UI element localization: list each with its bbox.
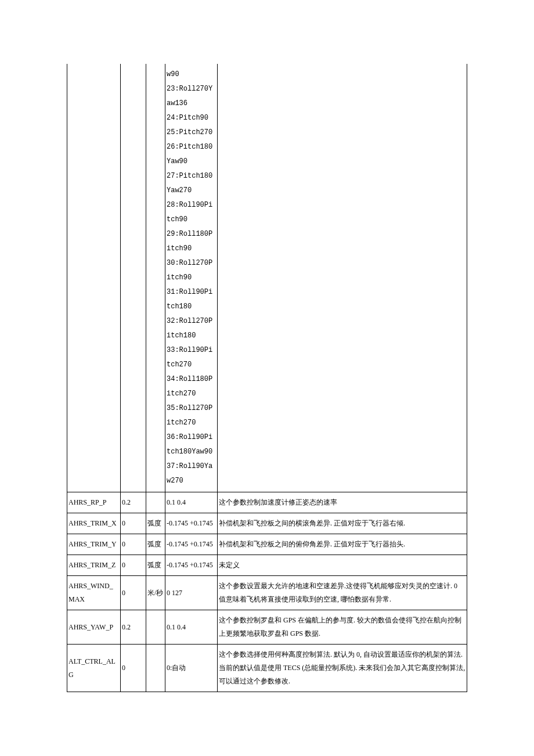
table-cell: 弧度	[146, 555, 165, 576]
table-cell	[146, 64, 165, 492]
table-cell: AHRS_TRIM_Y	[67, 534, 121, 555]
document-page: w9023:Roll270Yaw13624:Pitch9025:Pitch270…	[0, 0, 534, 756]
table-cell: 补偿机架和飞控板之间的俯仰角差异. 正值对应于飞行器抬头.	[218, 534, 467, 555]
table-cell: -0.1745 +0.1745	[165, 534, 218, 555]
table-row: AHRS_WIND_MAX0米/秒0 127这个参数设置最大允许的地速和空速差异…	[67, 576, 467, 610]
table-cell: 0	[121, 534, 146, 555]
table-cell: AHRS_RP_P	[67, 492, 121, 513]
table-cell: AHRS_WIND_MAX	[67, 576, 121, 610]
table-cell: 米/秒	[146, 576, 165, 610]
table-cell: 弧度	[146, 534, 165, 555]
table-cell: 0.2	[121, 492, 146, 513]
table-cell: 这个参数控制加速度计修正姿态的速率	[218, 492, 467, 513]
table-cell: 弧度	[146, 513, 165, 534]
table-cell: -0.1745 +0.1745	[165, 555, 218, 576]
table-cell: 0	[121, 645, 146, 692]
table-cell: 0 127	[165, 576, 218, 610]
table-cell: 0.2	[121, 610, 146, 645]
table-row: ALT_CTRL_ALG00:自动这个参数选择使用何种高度控制算法. 默认为 0…	[67, 645, 467, 692]
table-cell: 未定义	[218, 555, 467, 576]
table-row: AHRS_RP_P0.20.1 0.4这个参数控制加速度计修正姿态的速率	[67, 492, 467, 513]
table-cell: AHRS_TRIM_X	[67, 513, 121, 534]
table-cell: 这个参数设置最大允许的地速和空速差异.这使得飞机能够应对失灵的空速计. 0 值意…	[218, 576, 467, 610]
table-row: AHRS_TRIM_Z0弧度-0.1745 +0.1745未定义	[67, 555, 467, 576]
table-cell	[146, 610, 165, 645]
table-cell: 这个参数控制罗盘和 GPS 在偏航上的参与度. 较大的数值会使得飞控在航向控制上…	[218, 610, 467, 645]
table-cell: AHRS_TRIM_Z	[67, 555, 121, 576]
table-cell	[146, 645, 165, 692]
table-cell: 0:自动	[165, 645, 218, 692]
table-cell: 补偿机架和飞控板之间的横滚角差异. 正值对应于飞行器右倾.	[218, 513, 467, 534]
table-cell: 0.1 0.4	[165, 492, 218, 513]
table-cell: w9023:Roll270Yaw13624:Pitch9025:Pitch270…	[165, 64, 218, 492]
table-cell: -0.1745 +0.1745	[165, 513, 218, 534]
table-cell	[218, 64, 467, 492]
table-cell: AHRS_YAW_P	[67, 610, 121, 645]
table-cell: 0.1 0.4	[165, 610, 218, 645]
table-cell	[67, 64, 121, 492]
table-row: AHRS_TRIM_Y0弧度-0.1745 +0.1745补偿机架和飞控板之间的…	[67, 534, 467, 555]
table-cell: 0	[121, 555, 146, 576]
table-cell: 0	[121, 513, 146, 534]
table-cell: 这个参数选择使用何种高度控制算法. 默认为 0, 自动设置最适应你的机架的算法.…	[218, 645, 467, 692]
table-row: AHRS_YAW_P0.20.1 0.4这个参数控制罗盘和 GPS 在偏航上的参…	[67, 610, 467, 645]
table-cell	[146, 492, 165, 513]
table-row: w9023:Roll270Yaw13624:Pitch9025:Pitch270…	[67, 64, 467, 492]
table-row: AHRS_TRIM_X0弧度-0.1745 +0.1745补偿机架和飞控板之间的…	[67, 513, 467, 534]
table-cell: ALT_CTRL_ALG	[67, 645, 121, 692]
parameter-table: w9023:Roll270Yaw13624:Pitch9025:Pitch270…	[67, 64, 467, 692]
table-cell: 0	[121, 576, 146, 610]
table-cell	[121, 64, 146, 492]
